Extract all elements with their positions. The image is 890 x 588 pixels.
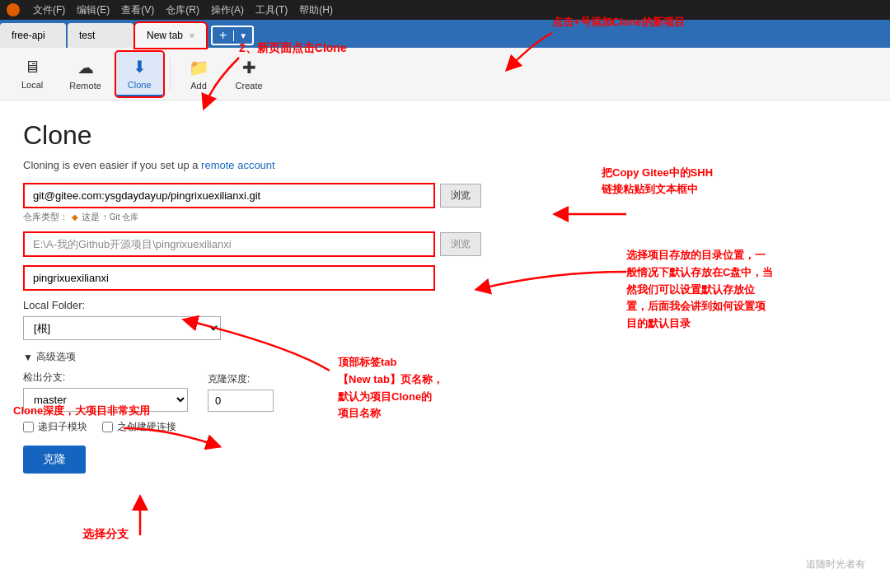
local-folder-label: Local Folder:	[23, 299, 867, 311]
repo-name-input[interactable]	[23, 265, 435, 291]
menu-bar: 文件(F) 编辑(E) 查看(V) 仓库(R) 操作(A) 工具(T) 帮助(H…	[0, 0, 890, 20]
branch-dropdown[interactable]: master	[23, 388, 188, 412]
toolbar-add-label: Add	[190, 81, 207, 91]
hardlink-checkbox-label[interactable]: 之​创建硬连接	[102, 420, 176, 434]
checkbox-row: 递归子模块 之​创建硬连接	[23, 420, 867, 434]
toolbar-local[interactable]: 🖥 Local	[10, 53, 54, 95]
repo-name-input-group	[23, 265, 867, 291]
tab-bar: free-api test New tab × + ▼	[0, 20, 890, 48]
repo-type-is: 这是	[82, 211, 100, 223]
depth-input[interactable]	[208, 390, 274, 412]
toolbar-clone-label: Clone	[128, 80, 152, 90]
local-folder-dropdown-row: [根]	[23, 316, 867, 340]
clone-title: Clone	[23, 120, 867, 151]
toolbar-create[interactable]: ✚ Create	[224, 53, 274, 96]
browse-local-button[interactable]: 浏览	[440, 232, 481, 256]
advanced-toggle-label: 高级选项	[36, 350, 76, 364]
add-icon: 📁	[189, 58, 209, 77]
hardlink-checkbox-text: 之​创建硬连接	[117, 420, 176, 434]
toolbar-local-label: Local	[21, 80, 43, 90]
tab-new-wrapper: + ▼	[211, 26, 254, 45]
recursive-checkbox-label[interactable]: 递归子模块	[23, 420, 87, 434]
menu-repo[interactable]: 仓库(R)	[161, 2, 204, 19]
menu-tools[interactable]: 工具(T)	[251, 2, 293, 19]
local-icon: 🖥	[24, 58, 40, 77]
local-path-input-group: 浏览	[23, 231, 867, 257]
tab-new-tab-label: New tab	[147, 30, 183, 41]
main-content: Clone Cloning is even easier if you set …	[0, 100, 890, 588]
clone-icon: ⬇	[133, 57, 147, 77]
advanced-fields: 检出分支: master 克隆深度:	[23, 371, 867, 412]
url-input-row: 浏览	[23, 183, 867, 208]
tab-new-tab[interactable]: New tab ×	[135, 23, 206, 48]
clone-subtitle-text: Cloning is even easier if you set up a	[23, 159, 201, 171]
tab-test[interactable]: test	[68, 23, 134, 48]
repo-type-diamond: ◆	[72, 212, 78, 222]
toolbar-remote[interactable]: ☁ Remote	[58, 53, 113, 96]
checkout-label: 检出分支:	[23, 371, 188, 385]
local-path-input-row: 浏览	[23, 231, 867, 257]
menu-edit[interactable]: 编辑(E)	[72, 2, 115, 19]
menu-help[interactable]: 帮助(H)	[294, 2, 338, 19]
toolbar-clone[interactable]: ⬇ Clone	[116, 52, 163, 96]
url-input-group: 浏览 仓库类型： ◆ 这是 ↑ Git 仓库	[23, 183, 867, 223]
clone-button[interactable]: 克隆	[23, 446, 86, 474]
browse-url-button[interactable]: 浏览	[440, 184, 481, 208]
recursive-checkbox[interactable]	[23, 422, 34, 432]
clone-subtitle: Cloning is even easier if you set up a r…	[23, 159, 867, 171]
depth-label: 克隆深度:	[208, 372, 274, 386]
advanced-toggle[interactable]: ▼ 高级选项	[23, 350, 867, 364]
repo-type-git: ↑ Git 仓库	[103, 212, 138, 223]
tab-test-label: test	[79, 30, 95, 41]
tab-free-api-label: free-api	[12, 30, 45, 41]
branch-field-group: 检出分支: master	[23, 371, 188, 412]
menu-action[interactable]: 操作(A)	[206, 2, 249, 19]
advanced-toggle-icon: ▼	[23, 352, 33, 363]
advanced-section: ▼ 高级选项 检出分支: master 克隆深度: 递归子模块 之​创建硬连	[23, 350, 867, 434]
repo-type-hint: 仓库类型： ◆ 这是 ↑ Git 仓库	[23, 211, 867, 223]
remote-icon: ☁	[77, 58, 94, 77]
app-logo	[7, 3, 20, 16]
local-folder-dropdown[interactable]: [根]	[23, 316, 221, 340]
toolbar-remote-label: Remote	[69, 81, 101, 91]
toolbar-add[interactable]: 📁 Add	[177, 53, 221, 96]
create-icon: ✚	[242, 58, 256, 77]
tab-add-button[interactable]: +	[213, 27, 233, 44]
hardlink-checkbox[interactable]	[102, 422, 113, 432]
url-input[interactable]	[23, 183, 435, 208]
tab-free-api[interactable]: free-api	[0, 23, 66, 48]
menu-file[interactable]: 文件(F)	[28, 2, 70, 19]
recursive-checkbox-text: 递归子模块	[38, 420, 87, 434]
depth-field-group: 克隆深度:	[208, 372, 274, 412]
local-path-input[interactable]	[23, 231, 435, 257]
repo-type-label: 仓库类型：	[23, 211, 68, 223]
remote-account-link[interactable]: remote account	[201, 159, 275, 171]
tab-dropdown-button[interactable]: ▼	[233, 30, 252, 41]
toolbar-separator-1	[170, 58, 171, 91]
toolbar: 🖥 Local ☁ Remote ⬇ Clone 📁 Add ✚ Create	[0, 48, 890, 100]
tab-close-icon[interactable]: ×	[190, 31, 194, 40]
toolbar-create-label: Create	[236, 81, 263, 91]
menu-view[interactable]: 查看(V)	[116, 2, 159, 19]
